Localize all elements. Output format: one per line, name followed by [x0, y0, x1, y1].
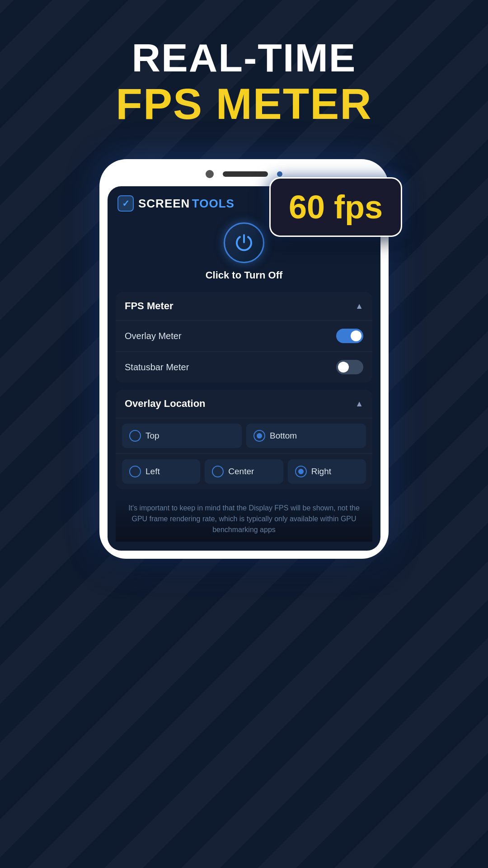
statusbar-meter-knob — [338, 362, 349, 373]
app-name-tools: TOOLS — [192, 197, 235, 210]
overlay-location-card: Overlay Location ▲ Top Bottom — [116, 390, 372, 489]
app-content: ✓ SCREEN TOOLS Click to Turn Off — [108, 186, 380, 551]
overlay-meter-row: Overlay Meter — [116, 320, 372, 351]
location-row-1: Top Bottom — [116, 418, 372, 453]
power-button[interactable] — [224, 222, 264, 263]
radio-bottom[interactable]: Bottom — [246, 424, 366, 448]
disclaimer-text: It's important to keep in mind that the … — [116, 496, 372, 542]
radio-circle-center — [212, 466, 224, 477]
overlay-meter-knob — [351, 330, 361, 341]
app-logo-icon: ✓ — [117, 195, 134, 212]
overlay-location-chevron: ▲ — [355, 399, 363, 409]
overlay-location-title: Overlay Location — [125, 398, 206, 410]
header-title-line2: FPS METER — [27, 80, 461, 128]
power-icon — [233, 231, 255, 254]
fps-meter-chevron: ▲ — [355, 302, 363, 311]
overlay-meter-toggle[interactable] — [336, 329, 363, 343]
radio-left[interactable]: Left — [122, 459, 200, 484]
phone-sensor — [277, 171, 282, 177]
fps-meter-header[interactable]: FPS Meter ▲ — [116, 292, 372, 320]
radio-circle-bottom — [253, 430, 265, 442]
radio-label-top: Top — [145, 431, 160, 441]
fps-meter-title: FPS Meter — [125, 300, 174, 312]
radio-top[interactable]: Top — [122, 424, 242, 448]
radio-center[interactable]: Center — [205, 459, 283, 484]
phone-screen: ✓ SCREEN TOOLS Click to Turn Off — [108, 186, 380, 551]
phone-speaker — [223, 171, 268, 177]
fps-meter-card: FPS Meter ▲ Overlay Meter Statusbar Mete… — [116, 292, 372, 382]
fps-value: 60 fps — [289, 189, 383, 225]
fps-badge: 60 fps — [269, 177, 402, 237]
radio-circle-left — [129, 466, 141, 477]
radio-label-center: Center — [228, 467, 254, 476]
radio-label-right: Right — [311, 467, 331, 476]
statusbar-meter-label: Statusbar Meter — [125, 362, 189, 373]
click-to-turn-off-label: Click to Turn Off — [206, 269, 283, 281]
phone-container: 60 fps ✓ SCREEN TOOLS — [99, 159, 389, 559]
header-section: REAL-TIME FPS METER — [0, 0, 488, 146]
app-name-screen: SCREEN — [138, 197, 190, 210]
phone-camera — [206, 170, 214, 178]
radio-circle-right — [295, 466, 307, 477]
location-row-2: Left Center Right — [116, 453, 372, 489]
radio-label-bottom: Bottom — [270, 431, 297, 441]
radio-circle-top — [129, 430, 141, 442]
overlay-meter-label: Overlay Meter — [125, 331, 182, 341]
radio-right[interactable]: Right — [288, 459, 366, 484]
header-title-line1: REAL-TIME — [27, 36, 461, 80]
overlay-location-header[interactable]: Overlay Location ▲ — [116, 390, 372, 418]
app-name: SCREEN TOOLS — [138, 197, 235, 211]
radio-label-left: Left — [145, 467, 160, 476]
statusbar-meter-row: Statusbar Meter — [116, 351, 372, 382]
statusbar-meter-toggle[interactable] — [336, 360, 363, 374]
